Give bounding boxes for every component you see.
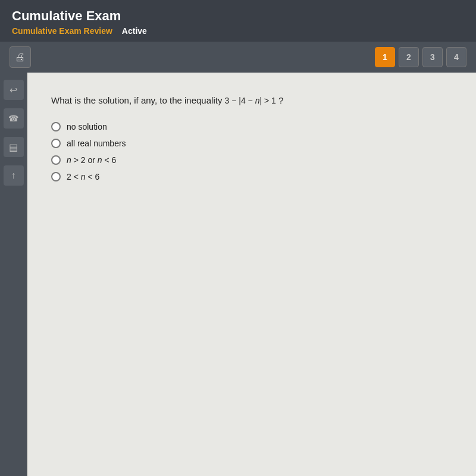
page-btn-1[interactable]: 1 [375,47,395,67]
option-label-1: no solution [67,122,107,131]
exam-subtitle: Cumulative Exam Review [12,26,112,36]
option-2[interactable]: all real numbers [51,139,452,148]
phone-icon: ☎ [8,114,18,123]
toolbar-right: 1 2 3 4 [375,47,466,67]
page-btn-2[interactable]: 2 [399,47,419,67]
calculator-icon: ▤ [9,142,18,153]
page-title: Cumulative Exam [12,8,464,24]
print-button[interactable]: 🖨 [10,46,31,68]
sidebar-icon-up[interactable]: ↑ [4,165,24,186]
radio-2[interactable] [51,139,61,148]
print-icon: 🖨 [15,51,26,64]
sidebar-icon-calculator[interactable]: ▤ [4,137,24,157]
options-list: no solution all real numbers n > 2 or n … [51,122,452,181]
up-icon: ↑ [11,170,16,181]
page-btn-4[interactable]: 4 [446,47,466,67]
radio-4[interactable] [51,172,61,181]
option-1[interactable]: no solution [51,122,452,131]
back-icon: ↩ [10,84,17,96]
math-expression: 3 − |4 − n| > 1 [225,96,276,105]
option-4[interactable]: 2 < n < 6 [51,172,452,181]
radio-1[interactable] [51,122,61,131]
toolbar-left: 🖨 [10,46,31,68]
page-btn-3[interactable]: 3 [422,47,443,67]
toolbar: 🖨 1 2 3 4 [0,42,476,73]
option-label-4: 2 < n < 6 [67,172,99,181]
header-subtitle-row: Cumulative Exam Review Active [12,26,464,36]
status-badge: Active [122,26,147,36]
content-area: What is the solution, if any, to the ine… [27,73,476,476]
header: Cumulative Exam Cumulative Exam Review A… [0,0,476,42]
radio-3[interactable] [51,155,61,165]
option-label-3: n > 2 or n < 6 [67,155,116,165]
left-sidebar: ↩ ☎ ▤ ↑ [0,73,27,476]
main-layout: ↩ ☎ ▤ ↑ What is the solution, if any, to… [0,73,476,476]
option-3[interactable]: n > 2 or n < 6 [51,155,452,165]
sidebar-icon-phone[interactable]: ☎ [4,108,24,129]
question-text: What is the solution, if any, to the ine… [51,94,452,108]
sidebar-icon-back[interactable]: ↩ [4,80,24,100]
option-label-2: all real numbers [67,139,126,148]
